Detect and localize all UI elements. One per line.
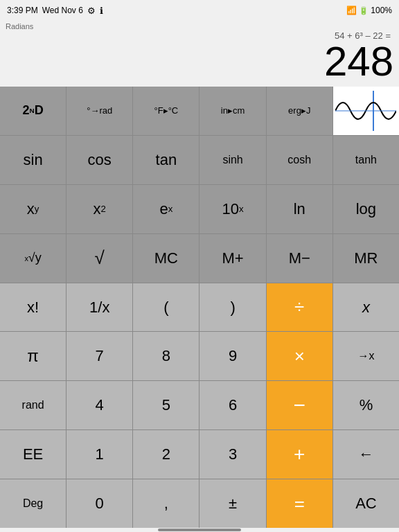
btn-pct[interactable]: % xyxy=(333,381,399,429)
btn-x2[interactable]: x2 xyxy=(66,185,132,233)
btn-fact[interactable]: x! xyxy=(0,283,66,332)
sine-wave-graph xyxy=(335,91,396,131)
btn-xy[interactable]: xy xyxy=(0,185,66,233)
btn-10x[interactable]: 10x xyxy=(200,185,265,233)
calc-row-5: x! 1/x ( ) ÷ x xyxy=(0,283,399,332)
btn-incm[interactable]: in▸cm xyxy=(200,87,265,135)
home-bar xyxy=(158,529,241,531)
btn-ergj[interactable]: erg▸J xyxy=(267,87,332,135)
calc-row-7: rand 4 5 6 − % xyxy=(0,381,399,429)
btn-ex[interactable]: ex xyxy=(133,185,199,233)
btn-8[interactable]: 8 xyxy=(133,332,199,380)
btn-cos[interactable]: cos xyxy=(66,136,132,184)
btn-xrooty[interactable]: x√y xyxy=(0,234,66,283)
btn-eq[interactable]: = xyxy=(267,479,332,528)
btn-rparen[interactable]: ) xyxy=(200,283,265,332)
btn-lparen[interactable]: ( xyxy=(133,283,199,332)
status-time: 3:39 PM xyxy=(7,6,38,15)
btn-3[interactable]: 3 xyxy=(200,430,265,479)
btn-storex[interactable]: →x xyxy=(333,332,399,380)
btn-mplus[interactable]: M+ xyxy=(200,234,265,283)
btn-graph[interactable] xyxy=(333,87,399,135)
battery-pct: 100% xyxy=(371,6,392,15)
btn-sinh[interactable]: sinh xyxy=(200,136,265,184)
btn-log[interactable]: log xyxy=(333,185,399,233)
calc-row-8: EE 1 2 3 + ← xyxy=(0,430,399,479)
calc-row-4: x√y √ MC M+ M− MR xyxy=(0,234,399,283)
btn-0[interactable]: 0 xyxy=(66,479,132,528)
btn-add[interactable]: + xyxy=(267,430,332,479)
btn-mc[interactable]: MC xyxy=(133,234,199,283)
calc-row-3: xy x2 ex 10x ln log xyxy=(0,185,399,233)
btn-ftoc[interactable]: °F▸°C xyxy=(133,87,199,135)
btn-mr[interactable]: MR xyxy=(333,234,399,283)
info-icon[interactable]: ℹ xyxy=(100,6,103,16)
battery-icon: 🔋 xyxy=(359,6,371,15)
btn-1[interactable]: 1 xyxy=(66,430,132,479)
btn-pi[interactable]: π xyxy=(0,332,66,380)
btn-div[interactable]: ÷ xyxy=(267,283,332,332)
btn-5[interactable]: 5 xyxy=(133,381,199,429)
btn-9[interactable]: 9 xyxy=(200,332,265,380)
btn-sin[interactable]: sin xyxy=(0,136,66,184)
btn-2nd[interactable]: 2ND xyxy=(0,87,66,135)
radians-label: Radians xyxy=(6,22,393,30)
btn-6[interactable]: 6 xyxy=(200,381,265,429)
btn-2[interactable]: 2 xyxy=(133,430,199,479)
display-area: Radians 54 + 6³ – 22 = 248 xyxy=(0,21,399,87)
btn-comma[interactable]: , xyxy=(133,479,199,528)
status-date: Wed Nov 6 xyxy=(42,6,83,15)
btn-back[interactable]: ← xyxy=(333,430,399,479)
btn-rad[interactable]: °→rad xyxy=(66,87,132,135)
calc-grid: 2ND °→rad °F▸°C in▸cm erg▸J sin cos tan … xyxy=(0,87,399,528)
btn-mminus[interactable]: M− xyxy=(267,234,332,283)
btn-cosh[interactable]: cosh xyxy=(267,136,332,184)
calc-row-6: π 7 8 9 × →x xyxy=(0,332,399,380)
status-left: 3:39 PM Wed Nov 6 ⚙ ℹ xyxy=(7,6,103,16)
btn-sub[interactable]: − xyxy=(267,381,332,429)
status-bar: 3:39 PM Wed Nov 6 ⚙ ℹ 📶 🔋 100% xyxy=(0,0,399,21)
btn-4[interactable]: 4 xyxy=(66,381,132,429)
btn-tanh[interactable]: tanh xyxy=(333,136,399,184)
btn-7[interactable]: 7 xyxy=(66,332,132,380)
calc-row-2: sin cos tan sinh cosh tanh xyxy=(0,136,399,184)
gear-icon[interactable]: ⚙ xyxy=(87,6,96,16)
btn-xvar[interactable]: x xyxy=(333,283,399,332)
btn-plusminus[interactable]: ± xyxy=(200,479,265,528)
btn-tan[interactable]: tan xyxy=(133,136,199,184)
btn-recip[interactable]: 1/x xyxy=(66,283,132,332)
wifi-icon: 📶 xyxy=(346,6,357,15)
btn-mul[interactable]: × xyxy=(267,332,332,380)
calc-row-1: 2ND °→rad °F▸°C in▸cm erg▸J xyxy=(0,87,399,135)
calc-row-9: Deg 0 , ± = AC xyxy=(0,479,399,528)
main-display: 248 xyxy=(6,41,393,85)
btn-ac[interactable]: AC xyxy=(333,479,399,528)
btn-ln[interactable]: ln xyxy=(267,185,332,233)
home-indicator xyxy=(0,528,399,532)
btn-deg[interactable]: Deg xyxy=(0,479,66,528)
btn-ee[interactable]: EE xyxy=(0,430,66,479)
status-right: 📶 🔋 100% xyxy=(346,6,392,15)
btn-rand[interactable]: rand xyxy=(0,381,66,429)
btn-sqrt[interactable]: √ xyxy=(66,234,132,283)
